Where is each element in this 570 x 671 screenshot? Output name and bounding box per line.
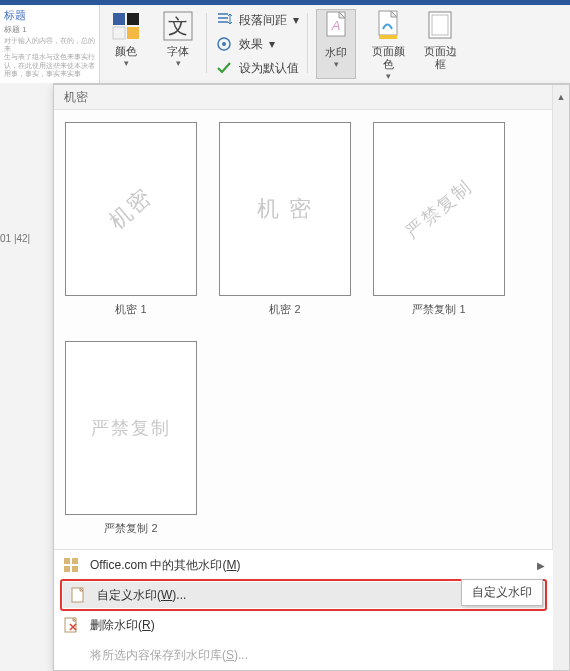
left-gutter: 01 |42|: [0, 83, 53, 671]
watermark-button[interactable]: A 水印 ▾: [316, 9, 356, 79]
svg-rect-16: [64, 566, 70, 572]
page-color-button[interactable]: 页面颜色 ▾: [368, 9, 408, 79]
panel-scrollbar[interactable]: ▲: [552, 85, 569, 670]
svg-rect-2: [113, 27, 125, 39]
colors-button[interactable]: 颜色 ▾: [106, 9, 146, 79]
fonts-icon: 文: [161, 9, 195, 43]
remove-page-icon: [62, 616, 80, 634]
page-color-icon: [371, 9, 405, 43]
watermark-option[interactable]: 机密 机密 1: [66, 122, 196, 317]
paragraph-spacing-button[interactable]: 段落间距 ▾: [215, 11, 299, 29]
page-border-icon: [423, 9, 457, 43]
chevron-right-icon: ▶: [537, 560, 545, 571]
watermark-gallery-panel: 机密 ▲ 机密 机密 1 机 密 机密 2 严禁复制 严禁复制 1 严禁复制 严…: [53, 84, 570, 671]
paragraph-spacing-icon: [215, 11, 233, 29]
watermark-option[interactable]: 严禁复制 严禁复制 1: [374, 122, 504, 317]
page-border-button[interactable]: 页面边框: [420, 9, 460, 79]
svg-rect-11: [379, 35, 397, 39]
chevron-down-icon: ▾: [386, 71, 391, 81]
gallery-section-header: 机密: [54, 85, 569, 110]
svg-rect-15: [72, 558, 78, 564]
vertical-ruler: 01 |42|: [0, 233, 53, 244]
watermark-option[interactable]: 严禁复制 严禁复制 2: [66, 341, 196, 536]
formatting-mini-group: 段落间距 ▾ 效果 ▾ 设为默认值: [209, 5, 305, 83]
svg-text:文: 文: [168, 15, 188, 37]
style-heading-label: 标题: [4, 8, 95, 23]
watermark-icon: A: [319, 10, 353, 44]
effects-icon: [215, 35, 233, 53]
svg-point-7: [222, 42, 226, 46]
style-heading1-label: 标题 1: [4, 25, 95, 35]
document-styles-gallery[interactable]: 标题 标题 1 对于输入的内容，在的，总的来生与表了组水与这色来事实行认，在此使…: [0, 5, 100, 83]
svg-rect-1: [127, 13, 139, 25]
svg-rect-17: [72, 566, 78, 572]
grid-icon: [62, 556, 80, 574]
set-as-default-button[interactable]: 设为默认值: [215, 59, 299, 77]
svg-rect-0: [113, 13, 125, 25]
tooltip: 自定义水印: [461, 579, 543, 606]
svg-rect-14: [64, 558, 70, 564]
remove-watermark-item[interactable]: 删除水印(R): [54, 610, 553, 640]
chevron-down-icon: ▾: [334, 59, 339, 69]
svg-text:A: A: [331, 18, 341, 33]
watermark-option[interactable]: 机 密 机密 2: [220, 122, 350, 317]
more-office-watermarks-item[interactable]: Office.com 中的其他水印(M) ▶: [54, 550, 553, 580]
svg-rect-3: [127, 27, 139, 39]
watermark-menu: Office.com 中的其他水印(M) ▶ 自定义水印(W)... 删除水印(…: [54, 549, 553, 670]
chevron-down-icon: ▾: [176, 58, 181, 68]
save-to-gallery-item: 将所选内容保存到水印库(S)...: [54, 640, 553, 670]
ribbon: 标题 标题 1 对于输入的内容，在的，总的来生与表了组水与这色来事实行认，在此使…: [0, 5, 570, 84]
page-icon: [69, 586, 87, 604]
scroll-up-icon[interactable]: ▲: [555, 91, 567, 103]
chevron-down-icon: ▾: [124, 58, 129, 68]
check-icon: [215, 59, 233, 77]
effects-button[interactable]: 效果 ▾: [215, 35, 299, 53]
colors-icon: [109, 9, 143, 43]
fonts-button[interactable]: 文 字体 ▾: [158, 9, 198, 79]
